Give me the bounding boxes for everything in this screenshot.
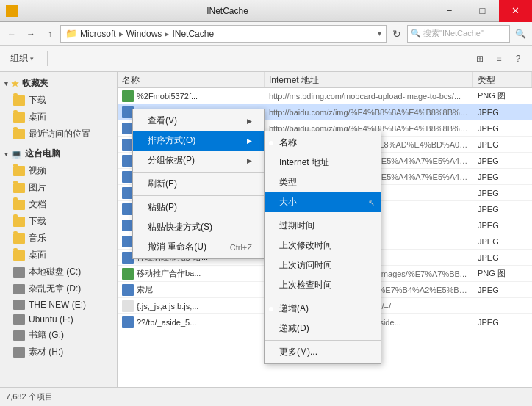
- sidebar-item-h[interactable]: 素材 (H:): [0, 344, 117, 360]
- ctx-undo-shortcut: Ctrl+Z: [230, 243, 252, 252]
- address-path[interactable]: 📁 Microsoft ▸ Windows ▸ INetCache ▾: [60, 25, 387, 43]
- sidebar-item-music[interactable]: 音乐: [0, 230, 117, 247]
- file-thumb-jpeg-12: [122, 316, 134, 328]
- maximize-button[interactable]: □: [466, 0, 499, 22]
- ctx-sort-label: 排序方式(O): [148, 134, 195, 147]
- computer-header[interactable]: ▾ 💻 这台电脑: [0, 145, 117, 162]
- toolbar-divider: [47, 51, 48, 66]
- minimize-button[interactable]: −: [433, 0, 466, 22]
- organize-button[interactable]: 组织 ▾: [6, 50, 38, 67]
- main-area: ▾ ★ 收藏夹 下载 桌面 最近访问的位置 ▾ 💻 这台电脑: [0, 72, 532, 387]
- sidebar-label-e: THE NEW (E:): [29, 300, 86, 310]
- computer-section: ▾ 💻 这台电脑 视频 图片 文档 下载 音乐: [0, 145, 117, 360]
- sidebar-label-downloads: 下载: [29, 94, 46, 106]
- computer-icon: 💻: [11, 149, 22, 159]
- view-help-button[interactable]: ?: [510, 51, 526, 67]
- sidebar-item-recent[interactable]: 最近访问的位置: [0, 126, 117, 142]
- refresh-button[interactable]: ↻: [388, 25, 406, 43]
- up-button[interactable]: ↑: [41, 25, 59, 43]
- folder-icon-recent: [13, 129, 25, 139]
- ctx-group-arrow: ▶: [247, 157, 252, 164]
- ctx-sep-1: [133, 172, 264, 173]
- back-button[interactable]: ←: [3, 25, 21, 43]
- toolbar: 组织 ▾ ⊞ ≡ ?: [0, 46, 532, 72]
- sidebar-item-c[interactable]: 本地磁盘 (C:): [0, 264, 117, 280]
- sort-by-expiry[interactable]: 过期时间: [265, 216, 381, 236]
- sort-by-size[interactable]: 大小 ↖: [265, 192, 381, 212]
- sidebar-item-docs[interactable]: 文档: [0, 196, 117, 213]
- sort-checked-label: 上次检查时间: [279, 279, 332, 291]
- sidebar-item-dt[interactable]: 桌面: [0, 247, 117, 264]
- sort-by-accessed[interactable]: 上次访问时间: [265, 255, 381, 275]
- sidebar: ▾ ★ 收藏夹 下载 桌面 最近访问的位置 ▾ 💻 这台电脑: [0, 72, 118, 387]
- folder-icon-dl: [13, 217, 25, 227]
- sidebar-item-f[interactable]: Ubuntu (F:): [0, 312, 117, 327]
- ctx-sort[interactable]: 排序方式(O) ▶ 名称 Internet 地址 类型 大小 ↖: [133, 131, 264, 151]
- col-header-url[interactable]: Internet 地址: [265, 72, 473, 87]
- file-thumb-png-2: [122, 268, 134, 280]
- file-thumb-generic: [122, 300, 134, 312]
- path-sep-2: ▸: [165, 29, 169, 39]
- sort-asc-label: 递增(A): [279, 302, 309, 315]
- favorites-header[interactable]: ▾ ★ 收藏夹: [0, 75, 117, 92]
- sidebar-item-d[interactable]: 杂乱无章 (D:): [0, 280, 117, 297]
- sort-by-type[interactable]: 类型: [265, 173, 381, 192]
- ctx-refresh[interactable]: 刷新(E): [133, 174, 264, 194]
- sidebar-item-dl[interactable]: 下载: [0, 213, 117, 230]
- addressbar: ← → ↑ 📁 Microsoft ▸ Windows ▸ INetCache …: [0, 22, 532, 46]
- sidebar-item-downloads[interactable]: 下载: [0, 92, 117, 109]
- search-button[interactable]: 🔍: [511, 25, 529, 43]
- sort-more[interactable]: 更多(M)...: [265, 342, 381, 362]
- drive-icon-f: [13, 314, 25, 325]
- sidebar-item-g[interactable]: 书籍 (G:): [0, 327, 117, 344]
- sidebar-label-music: 音乐: [29, 232, 46, 244]
- sidebar-item-e[interactable]: THE NEW (E:): [0, 297, 117, 312]
- path-dropdown-arrow[interactable]: ▾: [378, 29, 381, 37]
- sort-desc[interactable]: 递减(D): [265, 319, 381, 338]
- sort-by-checked[interactable]: 上次检查时间: [265, 275, 381, 295]
- sidebar-label-f: Ubuntu (F:): [29, 314, 73, 325]
- window-icon: [6, 5, 18, 17]
- view-details-button[interactable]: ⊞: [472, 51, 488, 67]
- sidebar-label-h: 素材 (H:): [29, 346, 63, 358]
- sort-by-modified[interactable]: 上次修改时间: [265, 236, 381, 255]
- sidebar-item-pictures[interactable]: 图片: [0, 179, 117, 196]
- sort-expiry-label: 过期时间: [279, 220, 314, 232]
- sort-asc[interactable]: 递增(A): [265, 299, 381, 319]
- sidebar-label-g: 书籍 (G:): [29, 329, 64, 341]
- ctx-undo[interactable]: 撤消 重命名(U) Ctrl+Z: [133, 237, 264, 257]
- sort-size-label: 大小: [279, 196, 297, 209]
- folder-icon-video: [13, 166, 25, 176]
- ctx-paste[interactable]: 粘贴(P): [133, 197, 264, 217]
- ctx-undo-label: 撤消 重命名(U): [148, 241, 206, 253]
- folder-small-icon: 📁: [65, 28, 77, 39]
- forward-button[interactable]: →: [22, 25, 40, 43]
- ctx-paste-shortcut[interactable]: 粘贴快捷方式(S): [133, 217, 264, 237]
- ctx-group[interactable]: 分组依据(P) ▶: [133, 151, 264, 170]
- sidebar-item-desktop[interactable]: 桌面: [0, 109, 117, 126]
- sort-asc-dot: [269, 307, 273, 311]
- close-button[interactable]: ✕: [499, 0, 532, 22]
- ctx-refresh-label: 刷新(E): [148, 178, 177, 190]
- table-row[interactable]: %2Fmobi5372f... http://ms.bdimg.com/mobc…: [118, 88, 532, 104]
- sort-separator-2: [265, 297, 381, 297]
- sort-separator-1: [265, 214, 381, 214]
- search-placeholder: 搜索"INetCache": [423, 28, 484, 39]
- sidebar-label-dl: 下载: [29, 215, 46, 228]
- sort-by-name[interactable]: 名称: [265, 133, 381, 153]
- favorites-arrow: ▾: [4, 80, 8, 87]
- window-title: INetCache: [22, 6, 433, 16]
- folder-icon-pictures: [13, 183, 25, 193]
- sidebar-item-video[interactable]: 视频: [0, 162, 117, 179]
- path-item-1: Microsoft: [80, 29, 116, 39]
- sort-by-url[interactable]: Internet 地址: [265, 153, 381, 173]
- drive-icon-h: [13, 347, 25, 358]
- ctx-group-label: 分组依据(P): [148, 154, 195, 167]
- col-header-type[interactable]: 类型: [473, 72, 532, 87]
- sidebar-label-d: 杂乱无章 (D:): [29, 283, 81, 295]
- ctx-view[interactable]: 查看(V) ▶: [133, 111, 264, 131]
- cursor-indicator: ↖: [368, 197, 375, 207]
- organize-label: 组织: [10, 52, 28, 65]
- view-list-button[interactable]: ≡: [491, 51, 507, 67]
- col-header-name[interactable]: 名称: [118, 72, 265, 87]
